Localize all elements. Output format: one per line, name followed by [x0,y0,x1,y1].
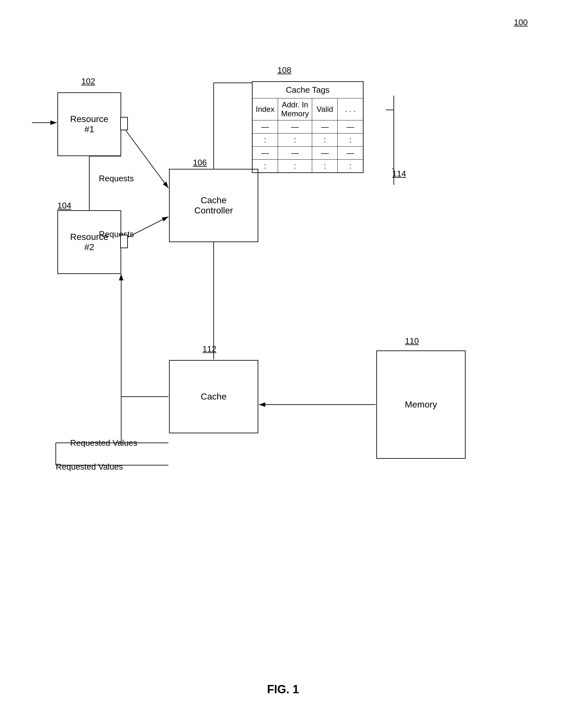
cell: : [278,133,312,147]
cell: : [338,160,363,173]
cell: — [312,147,338,160]
cell: : [252,133,278,147]
requests2-label: Requests [99,229,134,239]
col-index: Index [252,98,278,120]
diagram: 100 Resource#1 102 Resource#2 104 CacheC… [0,0,566,728]
cell: — [252,120,278,133]
memory-label: Memory [405,400,437,410]
cell: : [312,160,338,173]
ref-104: 104 [57,201,71,211]
cell: : [252,160,278,173]
col-dots: . . . [338,98,363,120]
cell: — [278,147,312,160]
ref-102: 102 [81,76,95,86]
memory-box: Memory [376,350,466,459]
cell: — [312,120,338,133]
cell: : [312,133,338,147]
ref-110: 110 [405,336,419,346]
col-addr: Addr. InMemory [278,98,312,120]
cell: : [278,160,312,173]
cache-controller-box: CacheController [169,169,258,242]
cell: — [278,120,312,133]
cell: — [338,120,363,133]
col-valid: Valid [312,98,338,120]
cell: — [338,147,363,160]
fig-label: FIG. 1 [0,683,566,696]
cache-label: Cache [201,392,227,402]
resource1-label: Resource#1 [70,114,108,134]
cache-box: Cache [169,360,258,433]
ref-106: 106 [193,158,207,168]
resource1-box: Resource#1 [57,92,121,156]
cache-tags-table: Cache Tags Index Addr. InMemory Valid . … [252,81,364,173]
requested-values2-label: Requested Values [56,462,123,472]
ref-100: 100 [514,18,528,27]
cache-controller-label: CacheController [194,195,233,216]
resource2-box: Resource#2 [57,210,121,274]
requests1-label: Requests [99,174,134,184]
cache-tags-title: Cache Tags [252,82,363,98]
ref-108: 108 [277,65,291,75]
requested-values1-label: Requested Values [70,438,137,448]
cell: : [338,133,363,147]
ref-114: 114 [392,169,406,179]
cell: — [252,147,278,160]
svg-rect-19 [120,117,127,130]
ref-112: 112 [202,344,216,354]
